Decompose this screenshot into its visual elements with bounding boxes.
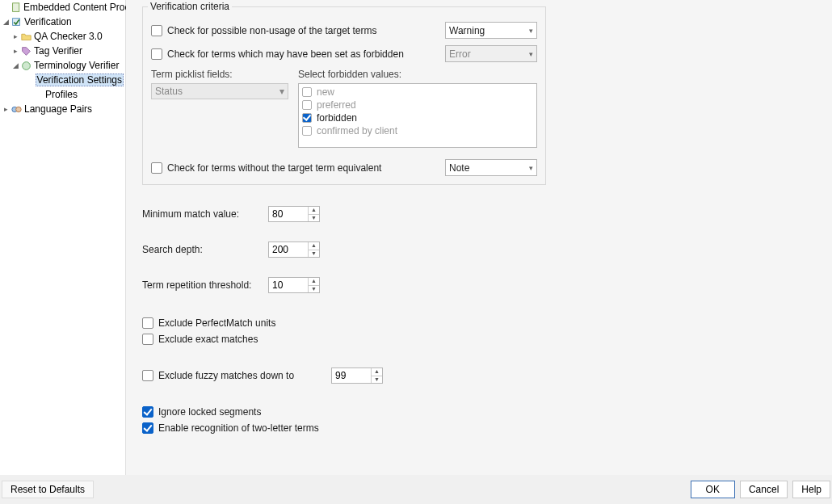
picklist-fields-label: Term picklist fields: [151, 69, 298, 80]
chevron-down-icon: ▾ [279, 86, 284, 97]
languages-icon [10, 104, 23, 115]
verification-criteria-group: Verification criteria Check for possible… [142, 6, 546, 185]
tree-item-embedded[interactable]: Embedded Content Proc [0, 0, 125, 15]
tree-label: Verification [24, 16, 72, 27]
check-non-usage-label: Check for possible non-usage of the targ… [167, 25, 376, 36]
two-letter[interactable]: Enable recognition of two-letter terms [142, 422, 832, 434]
terminology-icon [19, 61, 32, 71]
folder-icon [19, 32, 32, 42]
dialog-footer: Reset to Defaults OK Cancel Help [0, 475, 832, 504]
group-title: Verification criteria [148, 1, 232, 12]
doc-icon [11, 2, 22, 13]
spin-up-icon[interactable]: ▲ [309, 242, 319, 250]
search-depth-label: Search depth: [142, 244, 268, 255]
fb-item-forbidden[interactable]: forbidden [302, 111, 533, 124]
help-button[interactable]: Help [792, 481, 830, 498]
spin-up-icon[interactable]: ▲ [309, 207, 319, 215]
search-depth-input[interactable] [269, 242, 308, 257]
severity-forbidden-select: Error ▾ [445, 45, 537, 62]
repetition-input[interactable] [269, 278, 308, 292]
fb-item-new[interactable]: new [302, 86, 533, 99]
tree-item-tag-verifier[interactable]: ▸ Tag Verifier [0, 44, 125, 58]
cancel-button[interactable]: Cancel [740, 481, 788, 498]
chevron-down-icon: ▾ [529, 27, 533, 35]
tree-label: QA Checker 3.0 [34, 31, 103, 42]
fuzzy-spinner[interactable]: ▲▼ [331, 368, 383, 384]
sidebar-tree: Embedded Content Proc ◢ Verification ▸ Q… [0, 0, 126, 475]
check-no-equivalent-label: Check for terms without the target term … [167, 162, 381, 174]
repetition-label: Term repetition threshold: [142, 279, 268, 291]
tree-label: Terminology Verifier [34, 60, 119, 71]
caret-down-icon: ◢ [2, 18, 10, 26]
fb-item-confirmed[interactable]: confirmed by client [302, 124, 533, 137]
tree-item-verification[interactable]: ◢ Verification [0, 15, 125, 29]
search-depth-spinner[interactable]: ▲▼ [268, 242, 320, 258]
forbidden-values-list: new preferred forbidden confirmed by cli… [298, 83, 537, 148]
exclude-fuzzy-checkbox[interactable] [142, 370, 153, 381]
exclude-perfectmatch[interactable]: Exclude PerfectMatch units [142, 317, 832, 329]
repetition-spinner[interactable]: ▲▼ [268, 277, 320, 293]
fuzzy-input[interactable] [332, 368, 371, 383]
caret-right-icon: ▸ [11, 47, 19, 55]
spin-down-icon[interactable]: ▼ [309, 286, 319, 293]
exclude-fuzzy[interactable]: Exclude fuzzy matches down to [142, 370, 331, 381]
tree-label-selected: Verification Settings [36, 74, 124, 86]
check-non-usage-checkbox[interactable] [151, 25, 162, 36]
min-match-label: Minimum match value: [142, 208, 268, 220]
spin-down-icon[interactable]: ▼ [309, 250, 319, 258]
ignore-locked-checkbox[interactable] [142, 406, 153, 418]
caret-down-icon: ◢ [11, 61, 19, 69]
check-forbidden-checkbox[interactable] [151, 48, 162, 60]
check-non-usage[interactable]: Check for possible non-usage of the targ… [151, 25, 445, 36]
ignore-locked[interactable]: Ignore locked segments [142, 406, 832, 418]
check-forbidden-label: Check for terms which may have been set … [167, 48, 404, 60]
check-forbidden[interactable]: Check for terms which may have been set … [151, 48, 445, 60]
severity-no-equivalent-select[interactable]: Note ▾ [445, 159, 537, 176]
tree-item-language-pairs[interactable]: ▸ Language Pairs [0, 102, 125, 116]
caret-right-icon: ▸ [2, 105, 10, 113]
tag-icon [19, 46, 32, 57]
chevron-down-icon: ▾ [529, 50, 533, 58]
forbidden-values-label: Select forbidden values: [298, 69, 537, 80]
exclude-exact[interactable]: Exclude exact matches [142, 334, 832, 345]
exclude-exact-checkbox[interactable] [142, 334, 153, 345]
settings-content: Verification criteria Check for possible… [126, 0, 832, 475]
svg-point-4 [15, 107, 21, 112]
caret-right-icon: ▸ [11, 32, 19, 40]
tree-label: Profiles [45, 89, 78, 100]
severity-non-usage-select[interactable]: Warning ▾ [445, 22, 537, 39]
spin-up-icon[interactable]: ▲ [372, 368, 382, 376]
check-no-equivalent-checkbox[interactable] [151, 162, 162, 174]
verify-icon [10, 17, 23, 27]
tree-item-qa-checker[interactable]: ▸ QA Checker 3.0 [0, 29, 125, 44]
picklist-field-select: Status ▾ [151, 83, 288, 99]
tree-item-verification-settings[interactable]: Verification Settings [0, 73, 125, 87]
spin-down-icon[interactable]: ▼ [309, 215, 319, 222]
svg-point-2 [22, 61, 30, 69]
tree-item-terminology-verifier[interactable]: ◢ Terminology Verifier [0, 58, 125, 73]
exclude-perfectmatch-checkbox[interactable] [142, 317, 153, 329]
min-match-spinner[interactable]: ▲▼ [268, 206, 320, 222]
tree-label: Language Pairs [24, 103, 92, 115]
svg-rect-0 [13, 2, 19, 11]
two-letter-checkbox[interactable] [142, 422, 153, 434]
min-match-input[interactable] [269, 207, 308, 221]
ok-button[interactable]: OK [691, 481, 735, 498]
fb-item-preferred[interactable]: preferred [302, 99, 533, 111]
spin-down-icon[interactable]: ▼ [372, 376, 382, 384]
chevron-down-icon: ▾ [529, 164, 533, 172]
reset-defaults-button[interactable]: Reset to Defaults [2, 481, 94, 498]
tree-label: Embedded Content Proc [23, 2, 129, 13]
tree-label: Tag Verifier [34, 45, 82, 57]
check-no-equivalent[interactable]: Check for terms without the target term … [151, 162, 445, 174]
tree-item-profiles[interactable]: Profiles [0, 87, 125, 102]
spin-up-icon[interactable]: ▲ [309, 278, 319, 286]
